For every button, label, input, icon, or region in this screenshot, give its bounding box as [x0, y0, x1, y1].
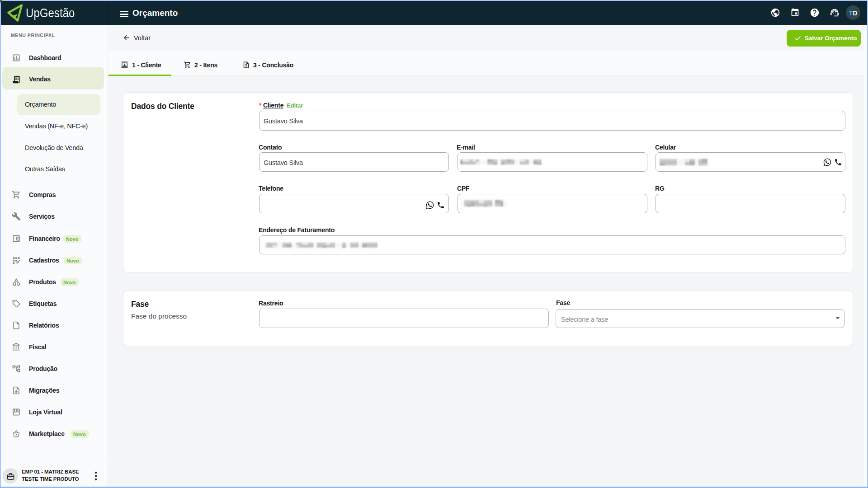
svg-text:$: $	[245, 64, 247, 67]
